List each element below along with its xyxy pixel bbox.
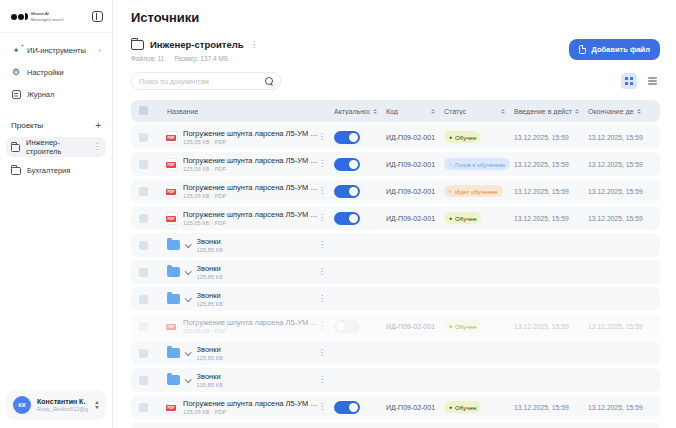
user-card[interactable]: КК Константин К. Ruby_Redlon512@g... — [6, 390, 106, 420]
row-menu-icon[interactable]: ⋮ — [318, 322, 334, 330]
project-menu-icon[interactable]: ⋮ — [93, 143, 101, 151]
name-cell: Звонки125,85 КБ — [167, 345, 318, 362]
list-view-button[interactable] — [644, 73, 660, 89]
projects-section-header: Проекты + — [11, 120, 101, 131]
table-row[interactable]: Звонки125,85 КБ⋮ — [131, 341, 660, 365]
table-row[interactable]: PDFПогружение шпунта ларсена Л5-УМ и бал… — [131, 395, 660, 419]
relevance-toggle[interactable] — [334, 212, 360, 225]
folder-menu-icon[interactable]: ⋮ — [250, 41, 258, 49]
sidebar-item-ai-tools[interactable]: ✦ ИИ-инструменты › — [6, 41, 106, 60]
file-meta: 125,85 КБ — [197, 382, 224, 388]
file-meta: 125,05 КБ · PDF — [183, 166, 318, 172]
sidebar-collapse-icon[interactable] — [92, 11, 103, 22]
table-row[interactable]: PDFПогружение шпунта ларсена Л5-УМ и бал… — [131, 206, 660, 230]
row-checkbox[interactable] — [139, 349, 148, 358]
sort-icon[interactable] — [431, 109, 435, 114]
relevance-toggle[interactable] — [334, 320, 360, 333]
status-badge: ○Готов к обучению — [444, 158, 510, 170]
row-menu-icon[interactable]: ⋮ — [318, 403, 334, 411]
relevance-toggle[interactable] — [334, 158, 360, 171]
table-row[interactable]: PDFПогружение шпунта ларсена Л5-УМ и бал… — [131, 179, 660, 203]
sidebar-item-project-engineer[interactable]: Инженер-строитель ⋮ — [6, 137, 106, 157]
add-file-button[interactable]: Добавить файл — [569, 39, 660, 60]
search-icon[interactable] — [265, 77, 273, 85]
row-checkbox[interactable] — [139, 241, 148, 250]
table-row[interactable]: PDFПогружение шпунта ларсена Л5-УМ и бал… — [131, 152, 660, 176]
file-title: Звонки — [197, 372, 224, 381]
row-menu-icon[interactable]: ⋮ — [318, 187, 334, 195]
sort-icon[interactable] — [637, 109, 641, 114]
file-name: Звонки125,85 КБ — [197, 372, 224, 389]
logo-text: Meanin AI Meaningful search — [31, 11, 64, 21]
chevron-down-icon[interactable] — [185, 295, 191, 301]
row-checkbox[interactable] — [139, 214, 148, 223]
row-checkbox[interactable] — [139, 403, 148, 412]
table-row[interactable]: Звонки125,85 КБ⋮ — [131, 260, 660, 284]
table-row[interactable]: PDFПогружение шпунта ларсена Л5-УМ и бал… — [131, 314, 660, 338]
column-name[interactable]: Название — [167, 108, 318, 115]
column-status[interactable]: Статус — [444, 108, 514, 115]
pdf-label: PDF — [166, 189, 176, 195]
row-menu-icon[interactable]: ⋮ — [318, 349, 334, 357]
toggle-knob — [349, 160, 358, 169]
name-cell: PDFПогружение шпунта ларсена Л5-УМ и бал… — [167, 183, 318, 200]
row-menu-icon[interactable]: ⋮ — [318, 268, 334, 276]
table-row[interactable]: Звонки125,85 КБ⋮ — [131, 287, 660, 311]
status-cell: ●Обучен — [444, 320, 514, 332]
sidebar-item-journal[interactable]: Журнал — [6, 85, 106, 104]
file-title: Звонки — [197, 291, 224, 300]
chevron-down-icon[interactable] — [185, 241, 191, 247]
relevance-cell — [334, 131, 386, 144]
row-menu-icon[interactable]: ⋮ — [318, 133, 334, 141]
folder-icon — [167, 267, 180, 277]
table-row[interactable]: PDFПогружение шпунта ларсена Л5-УМ и бал… — [131, 125, 660, 149]
folder-stats: Файлов: 11 Размер: 137,4 МБ — [131, 55, 258, 62]
file-name: Звонки125,85 КБ — [197, 345, 224, 362]
relevance-toggle[interactable] — [334, 401, 360, 414]
pdf-file-icon: PDF — [167, 212, 178, 225]
chevron-down-icon[interactable] — [185, 376, 191, 382]
pdf-file-icon: PDF — [167, 158, 178, 171]
sort-icon[interactable] — [575, 109, 579, 114]
relevance-toggle[interactable] — [334, 185, 360, 198]
row-checkbox[interactable] — [139, 187, 148, 196]
row-menu-icon[interactable]: ⋮ — [318, 376, 334, 384]
sidebar-nav: ✦ ИИ-инструменты › ⚙ Настройки Журнал — [0, 33, 112, 104]
date-start-cell: 13.12.2025, 15:59 — [514, 323, 588, 330]
status-label: Обучен — [455, 323, 476, 330]
column-code[interactable]: Код — [386, 108, 444, 115]
row-checkbox[interactable] — [139, 160, 148, 169]
table-row[interactable]: Звонки125,85 КБ⋮ — [131, 368, 660, 392]
row-menu-icon[interactable]: ⋮ — [318, 214, 334, 222]
column-date-start[interactable]: Введение в действие — [514, 108, 588, 115]
select-all-checkbox[interactable] — [139, 106, 148, 115]
add-project-button[interactable]: + — [95, 120, 101, 131]
current-folder-name: Инженер-строитель — [150, 39, 244, 50]
column-relevance[interactable]: Актуальность — [334, 108, 386, 115]
sort-icon[interactable] — [373, 109, 377, 114]
avatar: КК — [13, 396, 31, 414]
row-menu-icon[interactable]: ⋮ — [318, 295, 334, 303]
row-checkbox[interactable] — [139, 268, 148, 277]
chevron-down-icon[interactable] — [185, 349, 191, 355]
grid-view-button[interactable] — [621, 73, 637, 89]
row-menu-icon[interactable]: ⋮ — [318, 241, 334, 249]
nav-label: ИИ-инструменты — [27, 46, 92, 55]
row-checkbox[interactable] — [139, 295, 148, 304]
table-row[interactable]: Звонки125,85 КБ⋮ — [131, 233, 660, 257]
row-checkbox[interactable] — [139, 322, 148, 331]
relevance-toggle[interactable] — [334, 131, 360, 144]
row-checkbox[interactable] — [139, 133, 148, 142]
sort-icon[interactable] — [501, 109, 505, 114]
gear-icon: ⚙ — [11, 68, 21, 78]
chevron-down-icon[interactable] — [185, 268, 191, 274]
column-date-end[interactable]: Окончание действия — [588, 108, 650, 115]
sidebar-item-settings[interactable]: ⚙ Настройки — [6, 63, 106, 82]
search-input[interactable] — [139, 78, 261, 85]
sidebar-item-project-accounting[interactable]: Бухгалтерия — [6, 160, 106, 180]
table-row[interactable]: PDFПогружение шпунта ларсена Л5-УМ и бал… — [131, 422, 660, 428]
file-title: Звонки — [197, 237, 224, 246]
row-menu-icon[interactable]: ⋮ — [318, 160, 334, 168]
name-cell: PDFПогружение шпунта ларсена Л5-УМ и бал… — [167, 210, 318, 227]
row-checkbox[interactable] — [139, 376, 148, 385]
